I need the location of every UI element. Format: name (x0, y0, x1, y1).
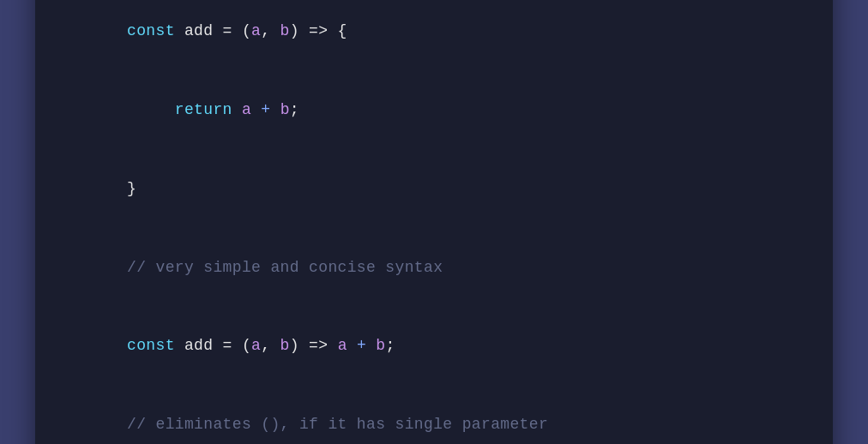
keyword-const-1: const (127, 22, 175, 39)
brace-close-1: } (127, 180, 136, 197)
code-line-5: // very simple and concise syntax (69, 228, 799, 307)
code-line-2: const add = (a, b) => { (69, 0, 799, 70)
paren-1: ( (232, 22, 251, 39)
var-a-2: a (338, 337, 347, 354)
paren-3: ( (232, 337, 251, 354)
param-b-2: b (270, 337, 289, 354)
code-editor: // arrow function expression const add =… (35, 0, 833, 444)
arrow-1: => (299, 22, 329, 39)
varname-add-2: add (175, 337, 223, 354)
space-1 (232, 101, 242, 118)
space-3 (270, 101, 280, 118)
paren-4: ) (290, 337, 299, 354)
paren-2: ) (290, 22, 299, 39)
space-2 (251, 101, 261, 118)
space-4 (328, 337, 337, 354)
code-line-6: const add = (a, b) => a + b; (69, 307, 799, 386)
comma-2: , (261, 337, 270, 354)
comment-2: // very simple and concise syntax (127, 259, 443, 276)
code-window: // arrow function expression const add =… (35, 0, 833, 444)
comma-1: , (261, 22, 270, 39)
var-b-2: b (376, 337, 385, 354)
equals-2: = (223, 337, 232, 354)
semi-1: ; (290, 101, 299, 118)
return-keyword-1: return (175, 101, 232, 118)
code-line-3: return a + b; (69, 70, 799, 149)
semi-2: ; (385, 337, 395, 354)
code-line-7: // eliminates (), if it has single param… (69, 386, 799, 444)
param-a-2: a (251, 337, 261, 354)
equals-1: = (223, 22, 232, 39)
keyword-const-2: const (127, 337, 175, 354)
plus-2: + (357, 337, 366, 354)
comment-3: // eliminates (), if it has single param… (127, 416, 548, 433)
var-b-1: b (280, 101, 290, 118)
code-line-4: } (69, 149, 799, 228)
arrow-2: => (299, 337, 329, 354)
param-a-1: a (251, 22, 261, 39)
varname-add-1: add (175, 22, 223, 39)
indent-1 (127, 101, 175, 118)
space-6 (366, 337, 376, 354)
space-5 (347, 337, 357, 354)
var-a-1: a (242, 101, 251, 118)
plus-1: + (261, 101, 270, 118)
brace-open-1: { (328, 22, 347, 39)
param-b-1: b (270, 22, 289, 39)
